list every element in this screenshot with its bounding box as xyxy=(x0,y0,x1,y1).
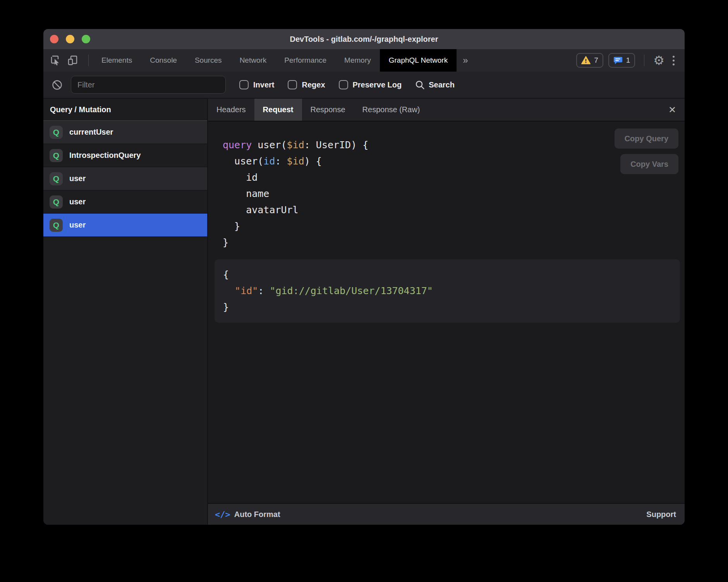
query-name-label: user xyxy=(69,197,86,206)
window-titlebar: DevTools - gitlab.com/-/graphql-explorer xyxy=(43,29,685,49)
tab-graphql-network[interactable]: GraphQL Network xyxy=(380,49,457,72)
tab-sources[interactable]: Sources xyxy=(186,49,231,72)
code-line: name xyxy=(223,186,685,202)
tab-console[interactable]: Console xyxy=(141,49,186,72)
copy-vars-button[interactable]: Copy Vars xyxy=(620,154,678,174)
close-window-button[interactable] xyxy=(50,35,58,43)
devtools-tabs: ElementsConsoleSourcesNetworkPerformance… xyxy=(93,49,457,72)
warning-icon xyxy=(581,56,591,65)
support-link[interactable]: Support xyxy=(646,510,676,519)
query-type-badge: Q xyxy=(50,126,63,139)
query-list-item[interactable]: Quser xyxy=(43,214,207,237)
auto-format-label: Auto Format xyxy=(234,510,280,519)
query-type-badge: Q xyxy=(50,172,63,185)
search-label: Search xyxy=(429,80,455,89)
query-list-item[interactable]: Quser xyxy=(43,167,207,190)
search-control[interactable]: Search xyxy=(415,80,455,90)
filter-input[interactable] xyxy=(71,76,226,94)
query-variables-box: { "id": "gid://gitlab/User/13704317"} xyxy=(215,259,680,323)
graphql-query-code: query user($id: UserID) { user(id: $id) … xyxy=(208,122,685,251)
minimize-window-button[interactable] xyxy=(66,35,74,43)
query-name-label: IntrospectionQuery xyxy=(69,151,141,160)
filter-toolbar: InvertRegexPreserve Log Search xyxy=(43,72,685,99)
auto-format-button[interactable]: </> Auto Format xyxy=(215,510,280,519)
tab-elements[interactable]: Elements xyxy=(93,49,141,72)
checkbox-group-preserve-log: Preserve Log xyxy=(339,80,402,89)
code-line: } xyxy=(223,218,685,235)
checkbox-label[interactable]: Invert xyxy=(253,80,274,89)
detail-panel: HeadersRequestResponseResponse (Raw) ✕ q… xyxy=(208,99,685,525)
query-name-label: currentUser xyxy=(69,128,113,137)
checkbox-group-invert: Invert xyxy=(239,80,274,89)
query-type-badge: Q xyxy=(50,219,63,232)
request-view: query user($id: UserID) { user(id: $id) … xyxy=(208,122,685,503)
query-type-badge: Q xyxy=(50,195,63,209)
warnings-badge[interactable]: 7 xyxy=(576,53,603,68)
toolbar-separator xyxy=(88,55,89,66)
code-line: } xyxy=(223,299,680,315)
issues-count: 1 xyxy=(626,56,630,65)
traffic-lights xyxy=(50,29,90,49)
query-list: QcurrentUserQIntrospectionQueryQuserQuse… xyxy=(43,121,207,237)
zoom-window-button[interactable] xyxy=(82,35,90,43)
panel-footer: </> Auto Format Support xyxy=(208,503,685,525)
copy-query-button[interactable]: Copy Query xyxy=(615,128,678,149)
settings-gear-icon[interactable]: ⚙ xyxy=(653,54,664,67)
query-name-label: user xyxy=(69,174,86,183)
regex-checkbox[interactable] xyxy=(288,80,297,89)
window-title: DevTools - gitlab.com/-/graphql-explorer xyxy=(290,35,438,44)
device-toolbar-icon[interactable] xyxy=(67,55,78,66)
invert-checkbox[interactable] xyxy=(239,80,249,89)
panel-tab-request[interactable]: Request xyxy=(254,99,302,121)
code-brackets-icon: </> xyxy=(215,510,230,519)
devtools-window: DevTools - gitlab.com/-/graphql-explorer… xyxy=(43,29,685,525)
checkbox-label[interactable]: Regex xyxy=(302,80,325,89)
message-icon xyxy=(613,56,623,65)
tab-performance[interactable]: Performance xyxy=(275,49,335,72)
query-name-label: user xyxy=(69,221,86,229)
query-list-item[interactable]: QIntrospectionQuery xyxy=(43,144,207,167)
sidebar-header: Query / Mutation xyxy=(43,99,207,121)
checkbox-label[interactable]: Preserve Log xyxy=(353,80,402,89)
code-line: { xyxy=(223,267,680,283)
panel-tab-headers[interactable]: Headers xyxy=(208,99,254,121)
code-line: "id": "gid://gitlab/User/13704317" xyxy=(223,283,680,299)
tab-network[interactable]: Network xyxy=(231,49,276,72)
panel-tab-response-raw[interactable]: Response (Raw) xyxy=(354,99,429,121)
controls-separator xyxy=(644,55,644,66)
clear-block-icon[interactable] xyxy=(52,80,62,90)
search-icon xyxy=(415,80,425,90)
inspect-element-icon[interactable] xyxy=(50,55,61,66)
detail-tabs: HeadersRequestResponseResponse (Raw) ✕ xyxy=(208,99,685,122)
code-line: } xyxy=(223,235,685,251)
more-tabs-chevron[interactable]: » xyxy=(457,49,474,72)
issues-badge[interactable]: 1 xyxy=(608,53,635,68)
query-sidebar: Query / Mutation QcurrentUserQIntrospect… xyxy=(43,99,208,525)
warnings-count: 7 xyxy=(594,56,598,65)
preserve-log-checkbox[interactable] xyxy=(339,80,348,89)
checkbox-group-regex: Regex xyxy=(288,80,325,89)
query-list-item[interactable]: Quser xyxy=(43,190,207,214)
panel-tab-response[interactable]: Response xyxy=(302,99,354,121)
query-list-item[interactable]: QcurrentUser xyxy=(43,121,207,144)
kebab-menu-icon[interactable] xyxy=(670,56,678,65)
query-type-badge: Q xyxy=(50,149,63,162)
devtools-tabbar: ElementsConsoleSourcesNetworkPerformance… xyxy=(43,49,685,72)
close-panel-icon[interactable]: ✕ xyxy=(668,104,676,115)
code-line: avatarUrl xyxy=(223,202,685,218)
tab-memory[interactable]: Memory xyxy=(335,49,380,72)
